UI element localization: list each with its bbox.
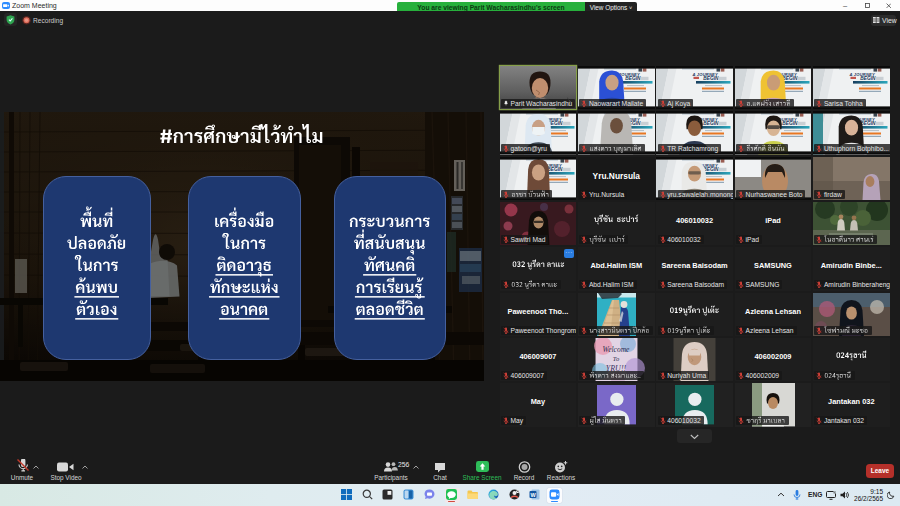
svg-text:Welcome: Welcome — [602, 345, 629, 354]
svg-text:W: W — [530, 492, 536, 498]
svg-text:To: To — [613, 355, 620, 362]
